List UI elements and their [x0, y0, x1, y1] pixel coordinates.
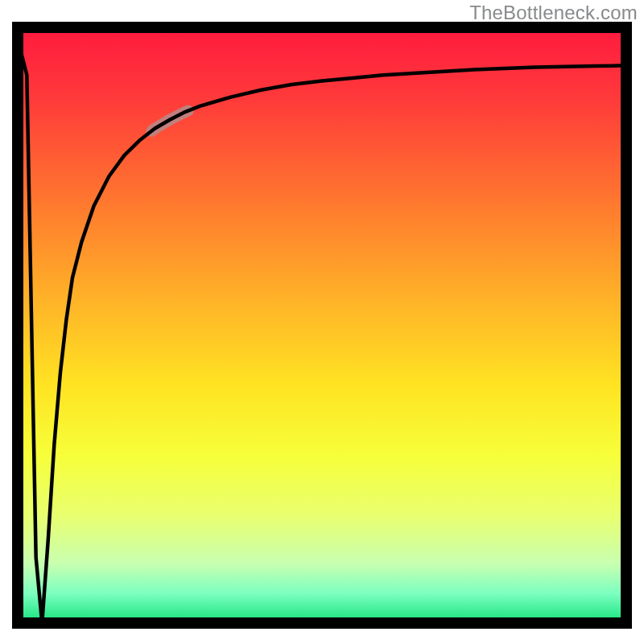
bottleneck-chart — [0, 0, 644, 644]
chart-stage: TheBottleneck.com — [0, 0, 644, 644]
watermark-text: TheBottleneck.com — [469, 2, 638, 24]
plot-background — [18, 27, 626, 623]
